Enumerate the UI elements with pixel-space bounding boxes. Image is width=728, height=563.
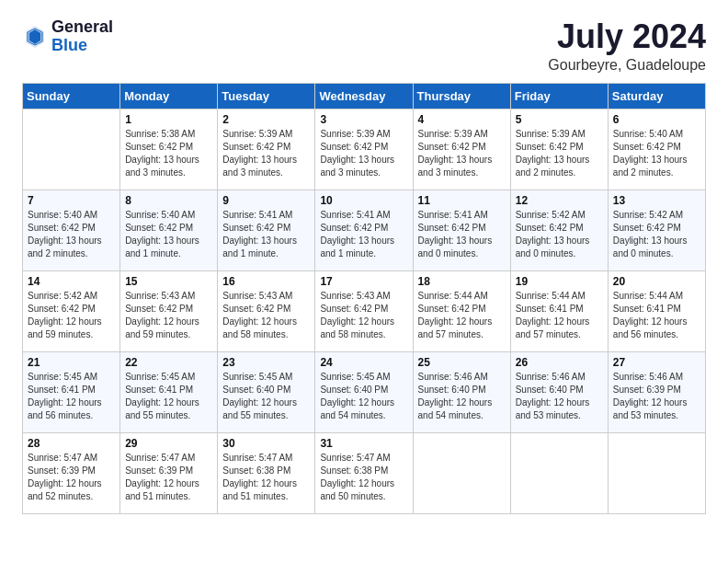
day-number: 27 [613,356,700,369]
col-sunday: Sunday [23,83,120,109]
day-info: Sunrise: 5:43 AM Sunset: 6:42 PM Dayligh… [125,290,212,341]
calendar-week-row: 7Sunrise: 5:40 AM Sunset: 6:42 PM Daylig… [23,190,706,270]
calendar-week-row: 1Sunrise: 5:38 AM Sunset: 6:42 PM Daylig… [23,109,706,190]
table-row: 20Sunrise: 5:44 AM Sunset: 6:41 PM Dayli… [608,270,705,351]
day-info: Sunrise: 5:47 AM Sunset: 6:39 PM Dayligh… [28,452,115,503]
table-row: 9Sunrise: 5:41 AM Sunset: 6:42 PM Daylig… [218,190,315,270]
day-number: 15 [125,275,212,288]
table-row: 17Sunrise: 5:43 AM Sunset: 6:42 PM Dayli… [315,270,413,351]
day-info: Sunrise: 5:39 AM Sunset: 6:42 PM Dayligh… [320,128,407,179]
day-info: Sunrise: 5:43 AM Sunset: 6:42 PM Dayligh… [320,290,407,341]
table-row: 7Sunrise: 5:40 AM Sunset: 6:42 PM Daylig… [23,190,120,270]
day-number: 7 [28,194,115,207]
day-info: Sunrise: 5:46 AM Sunset: 6:40 PM Dayligh… [516,371,603,422]
day-number: 10 [320,194,407,207]
table-row: 25Sunrise: 5:46 AM Sunset: 6:40 PM Dayli… [413,351,510,432]
logo: General Blue [22,18,113,55]
day-info: Sunrise: 5:41 AM Sunset: 6:42 PM Dayligh… [418,209,506,260]
table-row [413,432,510,513]
day-info: Sunrise: 5:45 AM Sunset: 6:41 PM Dayligh… [28,371,115,422]
day-number: 28 [28,437,115,450]
day-number: 2 [222,113,310,126]
col-wednesday: Wednesday [315,83,413,109]
table-row: 21Sunrise: 5:45 AM Sunset: 6:41 PM Dayli… [23,351,120,432]
day-info: Sunrise: 5:39 AM Sunset: 6:42 PM Dayligh… [418,128,506,179]
day-info: Sunrise: 5:47 AM Sunset: 6:39 PM Dayligh… [125,452,212,503]
table-row: 1Sunrise: 5:38 AM Sunset: 6:42 PM Daylig… [120,109,218,190]
table-row: 3Sunrise: 5:39 AM Sunset: 6:42 PM Daylig… [315,109,413,190]
table-row: 2Sunrise: 5:39 AM Sunset: 6:42 PM Daylig… [218,109,315,190]
table-row: 22Sunrise: 5:45 AM Sunset: 6:41 PM Dayli… [120,351,218,432]
table-row: 28Sunrise: 5:47 AM Sunset: 6:39 PM Dayli… [23,432,120,513]
col-saturday: Saturday [608,83,705,109]
day-number: 17 [320,275,407,288]
day-info: Sunrise: 5:42 AM Sunset: 6:42 PM Dayligh… [516,209,603,260]
day-info: Sunrise: 5:41 AM Sunset: 6:42 PM Dayligh… [320,209,407,260]
day-info: Sunrise: 5:47 AM Sunset: 6:38 PM Dayligh… [222,452,310,503]
table-row: 27Sunrise: 5:46 AM Sunset: 6:39 PM Dayli… [608,351,705,432]
day-info: Sunrise: 5:39 AM Sunset: 6:42 PM Dayligh… [516,128,603,179]
day-number: 30 [222,437,310,450]
day-info: Sunrise: 5:42 AM Sunset: 6:42 PM Dayligh… [28,290,115,341]
table-row: 12Sunrise: 5:42 AM Sunset: 6:42 PM Dayli… [510,190,608,270]
table-row: 5Sunrise: 5:39 AM Sunset: 6:42 PM Daylig… [510,109,608,190]
day-info: Sunrise: 5:45 AM Sunset: 6:41 PM Dayligh… [125,371,212,422]
table-row [23,109,120,190]
day-info: Sunrise: 5:42 AM Sunset: 6:42 PM Dayligh… [613,209,700,260]
day-number: 1 [125,113,212,126]
table-row: 30Sunrise: 5:47 AM Sunset: 6:38 PM Dayli… [218,432,315,513]
calendar-header-row: Sunday Monday Tuesday Wednesday Thursday… [23,83,706,109]
day-number: 12 [516,194,603,207]
day-number: 6 [613,113,700,126]
logo-blue: Blue [51,37,113,55]
day-info: Sunrise: 5:45 AM Sunset: 6:40 PM Dayligh… [222,371,310,422]
day-info: Sunrise: 5:41 AM Sunset: 6:42 PM Dayligh… [222,209,310,260]
day-info: Sunrise: 5:40 AM Sunset: 6:42 PM Dayligh… [125,209,212,260]
day-info: Sunrise: 5:47 AM Sunset: 6:38 PM Dayligh… [320,452,407,503]
table-row: 24Sunrise: 5:45 AM Sunset: 6:40 PM Dayli… [315,351,413,432]
day-info: Sunrise: 5:45 AM Sunset: 6:40 PM Dayligh… [320,371,407,422]
col-tuesday: Tuesday [218,83,315,109]
day-number: 26 [516,356,603,369]
table-row: 13Sunrise: 5:42 AM Sunset: 6:42 PM Dayli… [608,190,705,270]
table-row: 15Sunrise: 5:43 AM Sunset: 6:42 PM Dayli… [120,270,218,351]
day-info: Sunrise: 5:44 AM Sunset: 6:41 PM Dayligh… [516,290,603,341]
col-thursday: Thursday [413,83,510,109]
table-row: 31Sunrise: 5:47 AM Sunset: 6:38 PM Dayli… [315,432,413,513]
col-friday: Friday [510,83,608,109]
day-number: 19 [516,275,603,288]
table-row: 26Sunrise: 5:46 AM Sunset: 6:40 PM Dayli… [510,351,608,432]
calendar-week-row: 28Sunrise: 5:47 AM Sunset: 6:39 PM Dayli… [23,432,706,513]
day-number: 14 [28,275,115,288]
day-info: Sunrise: 5:40 AM Sunset: 6:42 PM Dayligh… [613,128,700,179]
calendar-week-row: 21Sunrise: 5:45 AM Sunset: 6:41 PM Dayli… [23,351,706,432]
day-info: Sunrise: 5:43 AM Sunset: 6:42 PM Dayligh… [222,290,310,341]
table-row: 19Sunrise: 5:44 AM Sunset: 6:41 PM Dayli… [510,270,608,351]
table-row: 4Sunrise: 5:39 AM Sunset: 6:42 PM Daylig… [413,109,510,190]
calendar-week-row: 14Sunrise: 5:42 AM Sunset: 6:42 PM Dayli… [23,270,706,351]
table-row [608,432,705,513]
day-number: 25 [418,356,506,369]
logo-icon [22,24,48,50]
day-number: 29 [125,437,212,450]
table-row: 23Sunrise: 5:45 AM Sunset: 6:40 PM Dayli… [218,351,315,432]
day-number: 11 [418,194,506,207]
table-row: 11Sunrise: 5:41 AM Sunset: 6:42 PM Dayli… [413,190,510,270]
day-number: 21 [28,356,115,369]
day-info: Sunrise: 5:44 AM Sunset: 6:41 PM Dayligh… [613,290,700,341]
main-title: July 2024 [548,18,706,55]
day-info: Sunrise: 5:46 AM Sunset: 6:39 PM Dayligh… [613,371,700,422]
day-number: 13 [613,194,700,207]
table-row: 6Sunrise: 5:40 AM Sunset: 6:42 PM Daylig… [608,109,705,190]
day-number: 20 [613,275,700,288]
logo-text: General Blue [51,18,113,55]
col-monday: Monday [120,83,218,109]
day-number: 23 [222,356,310,369]
logo-general: General [51,18,113,37]
table-row: 16Sunrise: 5:43 AM Sunset: 6:42 PM Dayli… [218,270,315,351]
table-row: 14Sunrise: 5:42 AM Sunset: 6:42 PM Dayli… [23,270,120,351]
day-info: Sunrise: 5:38 AM Sunset: 6:42 PM Dayligh… [125,128,212,179]
day-number: 22 [125,356,212,369]
day-info: Sunrise: 5:39 AM Sunset: 6:42 PM Dayligh… [222,128,310,179]
table-row [510,432,608,513]
